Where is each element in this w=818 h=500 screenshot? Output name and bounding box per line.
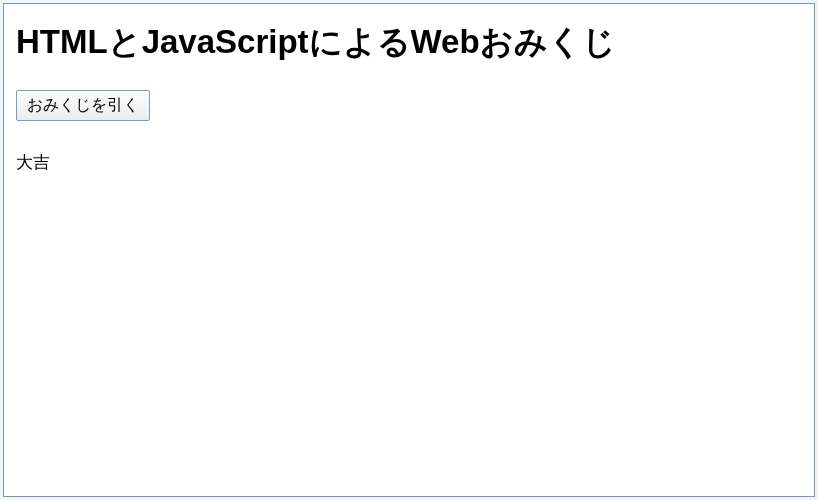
- page-title: HTMLとJavaScriptによるWebおみくじ: [16, 22, 802, 62]
- draw-fortune-button[interactable]: おみくじを引く: [16, 90, 150, 121]
- page-container: HTMLとJavaScriptによるWebおみくじ おみくじを引く 大吉: [3, 3, 815, 497]
- fortune-result: 大吉: [16, 151, 802, 174]
